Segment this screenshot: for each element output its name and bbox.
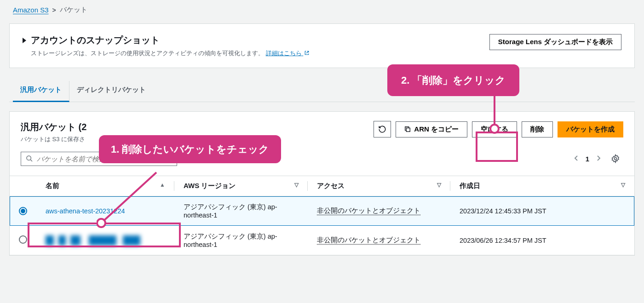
bucket-type-tabs: 汎用バケット ディレクトリバケット: [9, 81, 635, 102]
panel-title-group: 汎用バケット (2 バケットは S3 に保存さ: [21, 121, 86, 143]
refresh-icon: [378, 125, 386, 133]
copy-icon: [404, 126, 411, 132]
expand-caret-icon: [23, 38, 26, 43]
breadcrumb-root-link[interactable]: Amazon S3: [13, 6, 49, 14]
col-name[interactable]: 名前 ▲: [36, 176, 174, 196]
cell-access[interactable]: 非公開のバケットとオブジェクト: [317, 236, 420, 244]
storage-lens-dashboard-button[interactable]: Storage Lens ダッシュボードを表示: [489, 34, 621, 50]
page-number: 1: [586, 155, 589, 163]
sort-icon: ▽: [437, 182, 441, 188]
account-snapshot-panel: アカウントのスナップショット ストレージレンズは、ストレージの使用状況とアクティ…: [9, 23, 635, 68]
breadcrumb-separator: >: [52, 6, 56, 14]
row-radio[interactable]: [19, 207, 27, 215]
table-row[interactable]: アジアパシフィック (東京) ap-northeast-1 非公開のバケットとオ…: [10, 226, 634, 255]
panel-title: 汎用バケット (2: [21, 121, 86, 133]
refresh-button[interactable]: [374, 121, 391, 137]
svg-point-1: [27, 156, 31, 160]
chevron-right-icon: [596, 155, 601, 161]
cell-created: 2023/06/26 12:34:57 PM JST: [450, 226, 634, 255]
tab-directory-buckets[interactable]: ディレクトリバケット: [69, 81, 153, 102]
sort-icon: ▽: [621, 182, 625, 188]
gear-icon: [611, 154, 620, 163]
create-bucket-button[interactable]: バケットを作成: [558, 121, 623, 137]
sort-icon: ▽: [294, 182, 299, 188]
panel-subtitle: バケットは S3 に保存さ: [21, 135, 86, 143]
cell-created: 2023/12/24 12:45:33 PM JST: [450, 196, 634, 226]
buckets-panel: 汎用バケット (2 バケットは S3 に保存さ ARN をコピー 空にする 削除…: [9, 111, 635, 256]
copy-arn-button[interactable]: ARN をコピー: [396, 121, 467, 137]
bucket-name-redacted: [36, 226, 174, 255]
prev-page-button[interactable]: [574, 155, 579, 162]
cell-region: アジアパシフィック (東京) ap-northeast-1: [174, 196, 308, 226]
settings-button[interactable]: [608, 151, 623, 166]
panel-actions: ARN をコピー 空にする 削除 バケットを作成: [374, 121, 623, 137]
chevron-left-icon: [574, 155, 579, 161]
sort-asc-icon: ▲: [160, 182, 165, 188]
buckets-table: 名前 ▲ AWS リージョン ▽ アクセス ▽ 作成日 ▽: [10, 176, 634, 255]
cell-region: アジアパシフィック (東京) ap-northeast-1: [174, 226, 308, 255]
pager: 1: [574, 151, 623, 166]
tab-general-buckets[interactable]: 汎用バケット: [13, 81, 69, 102]
empty-button[interactable]: 空にする: [472, 121, 517, 137]
svg-point-2: [615, 158, 617, 160]
col-region[interactable]: AWS リージョン ▽: [174, 176, 308, 196]
delete-button[interactable]: 削除: [522, 121, 553, 137]
row-radio[interactable]: [19, 235, 27, 244]
breadcrumb: Amazon S3 > バケット: [9, 0, 635, 20]
snapshot-info: アカウントのスナップショット ストレージレンズは、ストレージの使用状況とアクティ…: [23, 34, 489, 57]
annotation-1: 1. 削除したいバケットをチェック: [99, 135, 281, 163]
bucket-name-link[interactable]: aws-athena-test-20231224: [46, 207, 125, 215]
col-access[interactable]: アクセス ▽: [308, 176, 450, 196]
col-created[interactable]: 作成日 ▽: [450, 176, 634, 196]
snapshot-learn-more-link[interactable]: 詳細はこちら: [266, 50, 310, 57]
snapshot-title: アカウントのスナップショット: [31, 34, 160, 46]
snapshot-title-row[interactable]: アカウントのスナップショット: [23, 34, 489, 46]
table-row[interactable]: aws-athena-test-20231224 アジアパシフィック (東京) …: [10, 196, 634, 226]
snapshot-description: ストレージレンズは、ストレージの使用状況とアクティビティの傾向を可視化します。 …: [23, 49, 489, 57]
external-link-icon: [304, 50, 310, 56]
breadcrumb-current: バケット: [60, 6, 87, 14]
svg-rect-0: [406, 128, 410, 131]
next-page-button[interactable]: [596, 155, 601, 162]
annotation-2: 2. 「削除」をクリック: [387, 64, 519, 96]
cell-access[interactable]: 非公開のバケットとオブジェクト: [317, 207, 420, 214]
search-icon: [26, 155, 33, 162]
